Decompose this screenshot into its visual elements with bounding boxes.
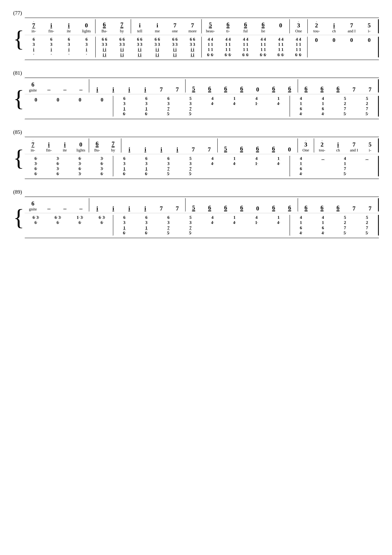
ac-89-13: 4 1 6 4· xyxy=(290,215,312,235)
m-85-11: 7 xyxy=(185,144,201,153)
melody-staff-77: · 7 in- i fin- i ite 0 lights xyxy=(25,18,379,35)
ac-85-3: 6· 3· 6· 3· xyxy=(69,156,91,176)
mel-81-10: 7 xyxy=(169,84,185,92)
m-89-8: i xyxy=(137,203,153,212)
an-77-13d: 6· 6· xyxy=(242,52,249,57)
ac-77-10: 6 6 3 3 i i i i xyxy=(184,37,201,57)
mel-77-4: 0 lights xyxy=(78,20,95,33)
mel-81-16: 6 xyxy=(265,83,282,92)
ac-89-3: 1· 3· 6· xyxy=(69,215,91,225)
m-89-1: 6 gnite xyxy=(25,198,41,212)
brace-89: { xyxy=(13,197,25,238)
m-85-12: 7 xyxy=(201,144,217,153)
ac-81-2: 0 xyxy=(47,96,69,103)
an-77-8d: i i xyxy=(156,52,159,57)
note-77-11: 5 xyxy=(209,22,212,28)
ac-85-12: 1 4· xyxy=(268,156,290,166)
mel-81-12: 6 xyxy=(202,83,218,92)
ac-81-1: 0 xyxy=(25,96,47,103)
an-77-16a: 4 4 xyxy=(296,37,301,42)
note-77-18: i xyxy=(333,22,335,28)
mel-77-3: i ite xyxy=(60,20,78,33)
e-81 xyxy=(378,79,379,92)
an-77-1b: 3 xyxy=(33,42,35,47)
an-77-2c: i xyxy=(51,47,52,52)
mel-77-15: 0 xyxy=(272,20,289,33)
an-77-15c: 1 1 xyxy=(278,47,284,52)
ac-77-8: 6 6 3 3 i i i i xyxy=(149,37,166,57)
accomp-staff-89: 6· 3· 6· 6· 3· 6· 1· 3· 6· 6· 3· 6· xyxy=(25,213,379,238)
an-77-7a: 6 6 xyxy=(137,37,143,42)
ae-85 xyxy=(378,156,379,176)
an-77-5a: 6 6 xyxy=(102,37,107,42)
system-85: { · 7 in- i fin- i ite xyxy=(13,137,379,179)
m-85-8: i xyxy=(137,144,153,153)
end-barline-77 xyxy=(378,19,379,33)
n-81-18: 6 xyxy=(305,86,307,92)
mel-81-11: 5 xyxy=(185,83,201,92)
note-77-17: 2 xyxy=(315,22,318,28)
m-89-22: 7 xyxy=(362,203,378,212)
mel-77-19: 7 and I xyxy=(343,20,360,33)
m-89-19: 6 xyxy=(314,202,330,212)
ac-77-12: 4 4 1 1 1 1 6· 6· xyxy=(219,37,237,57)
n-81-19: 6 xyxy=(321,86,323,92)
an-77-15d: 6· 6· xyxy=(278,52,284,57)
system-89: { 6 gnite – – – xyxy=(13,197,379,238)
ac-81-6: 6 3 1 6· xyxy=(135,96,157,117)
note-77-1: 7 xyxy=(32,22,35,28)
an-77-12b: 1 1 xyxy=(225,42,231,47)
ac-81-15: 5 2 7 5· xyxy=(334,96,356,117)
lyric-77-8: me xyxy=(155,29,160,33)
an-77-16d: 6· 6· xyxy=(295,52,302,57)
an-77-7c: i i xyxy=(138,47,142,52)
mel-81-3: – xyxy=(57,84,73,92)
ac-81-4: 0 xyxy=(91,96,113,103)
lyric-77-14: lie xyxy=(261,29,265,33)
ac-89-7: 6 3 7 5· xyxy=(157,215,179,235)
ac-81-9: 4 4· xyxy=(201,96,224,106)
m-85-16: 6 xyxy=(265,143,282,153)
an-77-9c: i i xyxy=(173,47,177,52)
ac-77-14: 4 4 1 1 1 1 6· 6· xyxy=(254,37,272,57)
lyric-77-6: by xyxy=(120,29,124,33)
n-81-11: 5 xyxy=(192,86,195,92)
ae-77 xyxy=(378,37,379,57)
an-77-12a: 4 4 xyxy=(225,37,231,42)
an-77-5c: i i xyxy=(103,47,106,52)
an-77-14c: 1 1 xyxy=(261,47,266,52)
note-77-10: 7 xyxy=(191,22,194,28)
mel-77-9: 7 one xyxy=(166,20,184,33)
m-85-10: i xyxy=(169,144,185,153)
ac-85-13: 4 1 6 4· xyxy=(290,156,312,176)
n-81-9: 7 xyxy=(160,87,163,92)
ac-85-11: 4 1· xyxy=(245,156,268,166)
section-89: (89) { 6 gnite – – xyxy=(13,189,379,238)
m-89-15: 0 xyxy=(249,203,265,212)
m-89-14: 6 xyxy=(234,202,249,212)
system-81: { 6 gnite – – xyxy=(13,78,379,119)
n-81-12: 6 xyxy=(208,86,211,92)
n-81-2: – xyxy=(47,87,50,92)
m-85-2: i fin- xyxy=(41,139,57,153)
ac-77-18: 0 xyxy=(325,37,343,44)
l-81-1: gnite xyxy=(29,88,37,92)
an-77-10a: 6 6 xyxy=(190,37,195,42)
lyric-77-10: more xyxy=(188,29,197,33)
mel-77-11: 5 beau- xyxy=(202,19,219,33)
ac-89-11: 4 1· xyxy=(245,215,268,225)
lyric-77-18: ch xyxy=(332,29,336,33)
an-77-10c: i i xyxy=(191,47,194,52)
mel-81-13: 6 xyxy=(218,83,234,92)
n-81-15: 0 xyxy=(256,87,259,92)
n-81-20: 6 xyxy=(336,86,340,92)
an-77-2b: 3 xyxy=(50,42,52,47)
section-77: (77) { · 7 in- i fin- i xyxy=(13,10,379,60)
m-89-20: 6 xyxy=(330,202,346,212)
mel-81-2: – xyxy=(41,84,57,92)
an-77-6b: 3 3 xyxy=(119,42,125,47)
an-77-14d: 6· 6· xyxy=(260,52,267,57)
mel-77-7: i tell xyxy=(131,20,149,33)
lyric-77-16: One xyxy=(295,29,302,33)
m-85-7: i xyxy=(121,144,137,153)
